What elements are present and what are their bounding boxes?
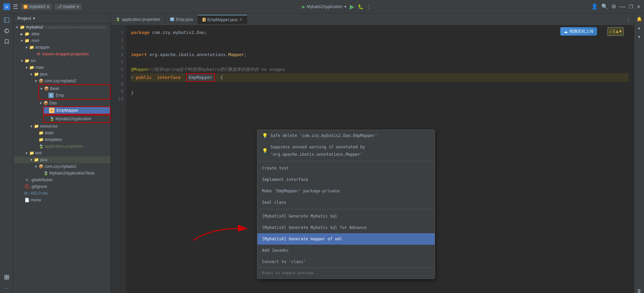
upload-button-area: ☁ 拖拽至此上传 xyxy=(560,27,597,36)
tree-item-helpmd[interactable]: ▶ M↓ HELP.md xyxy=(13,190,111,197)
tree-item-bean[interactable]: ▼ 📦 Bean xyxy=(39,85,110,92)
titlebar-center: ▶ Mybatis2Application ▾ ▶ 🐛 ⋮ xyxy=(84,3,589,10)
context-menu-footer: Press to toggle preview xyxy=(257,267,435,279)
restore-button[interactable]: ❐ xyxy=(629,4,633,9)
project-view-icon[interactable] xyxy=(2,15,12,25)
menu-item-convert-class[interactable]: Convert to 'class' xyxy=(257,256,435,267)
search-icon[interactable]: 🔍 xyxy=(601,3,608,10)
tree-item-idea[interactable]: ▶ 📁 .idea xyxy=(13,31,111,37)
tree-item-emp[interactable]: ▶ C Emp xyxy=(39,92,110,99)
tree-label-src: src xyxy=(31,58,36,63)
profile-icon[interactable]: 👤 xyxy=(591,3,598,10)
menu-label-implement: Implement interface xyxy=(262,176,308,183)
tree-item-maven-wrapper[interactable]: ▶ ⚙ maven-wrapper.properties xyxy=(13,51,111,57)
tab-application-properties[interactable]: 🍃 application.properties xyxy=(111,15,165,24)
more-tools-icon[interactable]: ··· xyxy=(2,283,12,293)
close-button[interactable]: ✕ xyxy=(637,4,641,9)
tree-item-empmapper[interactable]: ▶ I EmpMapper xyxy=(44,107,110,114)
menu-label-javadoc: Add Javadoc xyxy=(262,247,289,254)
spring-tab-icon: 🍃 xyxy=(116,17,120,21)
project-dropdown-icon: ▾ xyxy=(47,4,49,9)
tree-label-maven-wrapper: maven-wrapper.properties xyxy=(42,52,89,56)
comment-mapper: //告诉spring这个时使用mybatis进行数据库的操作的 xyxy=(149,66,259,73)
run-button[interactable]: ▶ xyxy=(350,3,354,10)
line-numbers: 1 2 3 4 5 6 7 8 9 10 xyxy=(111,26,126,293)
gitignore-icon: 🚫 xyxy=(24,184,30,189)
tree-item-templates[interactable]: ▶ 📁 templates xyxy=(13,136,111,143)
tab-empmapper-java[interactable]: I EmpMapper.java ✕ xyxy=(198,15,247,24)
menu-item-implement-interface[interactable]: Implement interface xyxy=(257,174,435,185)
project-header-dropdown[interactable]: ▾ xyxy=(33,16,35,21)
menu-item-safe-delete[interactable]: 💡 Safe delete 'com.zzy.mybatis2.Dao.EmpM… xyxy=(257,130,435,141)
structure-icon[interactable] xyxy=(2,272,12,282)
code-editor[interactable]: package com.zzy.mybatis2.Dao; import org… xyxy=(126,26,634,293)
tree-label-package: com.zzy.mybatis2 xyxy=(45,79,76,83)
class-tab-icon: C xyxy=(170,17,174,21)
tree-item-java[interactable]: ▼ 📁 java xyxy=(13,71,111,78)
notifications-icon[interactable]: 🔔 xyxy=(636,15,643,22)
menu-item-add-javadoc[interactable]: Add Javadoc xyxy=(257,245,435,256)
tab-label-app-props: application.properties xyxy=(122,17,160,22)
code-line-3 xyxy=(131,44,629,51)
tree-item-mvn[interactable]: ▼ 📁 .mvn xyxy=(13,37,111,44)
tree-item-test-java[interactable]: ▼ 📁 java xyxy=(13,156,111,163)
tree-label-gitignore: .gitignore xyxy=(31,184,47,189)
closing-brace: } xyxy=(131,89,134,97)
project-name: mybatis2 xyxy=(29,4,45,9)
tab-emp-java[interactable]: C Emp.java xyxy=(165,15,198,24)
test-springboot-icon: 🍃 xyxy=(43,170,48,176)
menu-item-create-test[interactable]: Create test xyxy=(257,162,435,174)
sidebar-right-icon-1[interactable]: ▲ xyxy=(636,24,643,32)
code-line-10 xyxy=(131,97,629,104)
menu-item-make-package-private[interactable]: Make 'EmpMapper' package-private xyxy=(257,185,435,197)
tree-item-test[interactable]: ▼ 📁 test xyxy=(13,150,111,156)
upload-button[interactable]: ☁ 拖拽至此上传 xyxy=(560,27,597,36)
branch-switcher[interactable]: ⎇ master ▾ xyxy=(54,4,82,10)
menu-item-generate-sql-advance[interactable]: [MybatisX] Generate Mybatis Sql for Adva… xyxy=(257,222,435,233)
settings-icon[interactable]: ⚙ xyxy=(611,3,616,10)
code-line-4: import org.apache.ibatis.annotations.Map… xyxy=(131,51,629,58)
keyword-package: package xyxy=(131,29,149,36)
menu-label-gen-mapper-xml: [MybatisX] Generate mapper of xml xyxy=(262,235,342,243)
chevron-down-icon[interactable]: ▼ xyxy=(619,28,621,35)
git-icon[interactable] xyxy=(2,26,12,36)
tree-item-mvnw[interactable]: ▶ 📄 mvnw xyxy=(13,197,111,203)
minimize-button[interactable]: — xyxy=(619,3,626,10)
tree-item-mybatis2app[interactable]: ▶ 🍃 Mybatis2Application xyxy=(44,115,110,122)
chevron-down-icon: ▼ xyxy=(24,66,29,69)
tree-item-src[interactable]: ▼ 📁 src xyxy=(13,57,111,64)
tree-item-main[interactable]: ▼ 📁 main xyxy=(13,64,111,71)
keyword-interface: interface xyxy=(157,74,180,81)
debug-button[interactable]: 🐛 xyxy=(358,4,363,9)
menu-item-generate-mapper-xml[interactable]: [MybatisX] Generate mapper of xml xyxy=(257,233,435,245)
more-run-options[interactable]: ⋮ xyxy=(367,4,371,9)
hamburger-menu[interactable]: ☰ xyxy=(13,3,18,10)
tree-item-resources[interactable]: ▼ 📁 resources xyxy=(13,123,111,130)
tree-label-test: test xyxy=(35,151,42,155)
tree-item-dao[interactable]: ▼ 📦 Dao xyxy=(13,100,111,106)
tree-item-static[interactable]: ▶ 📁 static xyxy=(13,130,111,136)
svg-rect-9 xyxy=(7,275,9,277)
menu-item-suppress-warning[interactable]: 💡 Suppress unused warning if annotated b… xyxy=(257,141,435,160)
tab-close-empmapper[interactable]: ✕ xyxy=(239,17,242,22)
code-line-1: package com.zzy.mybatis2.Dao; xyxy=(131,29,629,36)
tree-item-gitignore[interactable]: ▶ 🚫 .gitignore xyxy=(13,183,111,190)
menu-item-generate-sql[interactable]: [MybatisX] Generate Mybatis Sql xyxy=(257,210,435,222)
code-line-8 xyxy=(131,82,629,89)
editor-tabs-more[interactable]: ⋮ xyxy=(623,17,634,22)
chevron-up-icon[interactable]: ▲ xyxy=(616,28,618,35)
project-switcher[interactable]: M mybatis2 ▾ xyxy=(21,4,52,10)
chevron-down-icon: ▼ xyxy=(19,39,24,43)
tree-item-test-package[interactable]: ▼ 📦 com.zzy.mybatis2 xyxy=(13,163,111,170)
tree-item-wrapper[interactable]: ▼ 📁 wrapper xyxy=(13,44,111,51)
tree-item-package[interactable]: ▼ 📦 com.zzy.mybatis2 xyxy=(13,78,111,84)
tree-item-root[interactable]: ▼ 📁 mybatis2 D:\javacode1103\javacode110… xyxy=(13,24,111,31)
chevron-right-icon: ▶ xyxy=(19,32,24,36)
tree-item-app-tests[interactable]: ▶ 🍃 Mybatis2ApplicationTests xyxy=(13,170,111,177)
menu-item-seal-class[interactable]: Seal class xyxy=(257,197,435,208)
tree-item-gitattributes[interactable]: ▶ ≡ .gitattributes xyxy=(13,177,111,183)
tree-label-gitattributes: .gitattributes xyxy=(31,178,52,182)
sidebar-right-icon-2[interactable]: ▼ xyxy=(636,33,643,41)
tree-item-app-props[interactable]: ▶ 🍃 application.properties xyxy=(13,143,111,150)
bookmark-icon[interactable] xyxy=(2,37,12,47)
